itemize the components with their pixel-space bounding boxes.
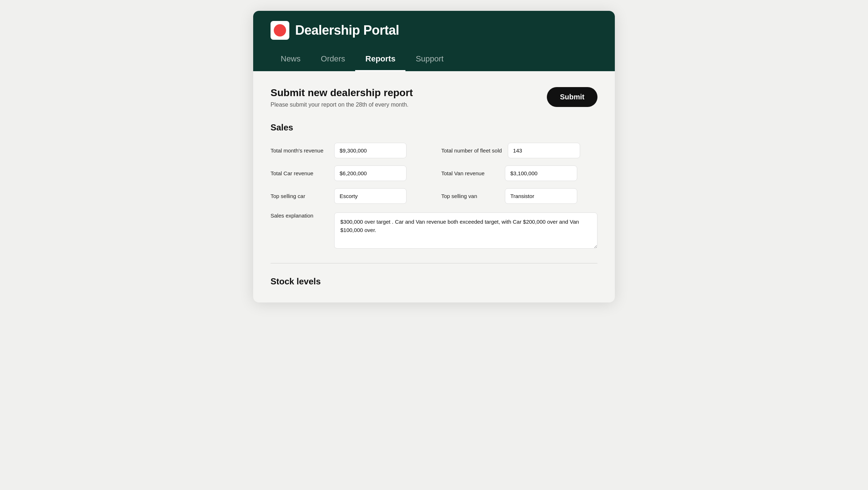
sales-explanation-wrapper [334,212,597,250]
sales-explanation-row: Sales explanation [271,212,597,250]
app-container: Dealership Portal News Orders Reports Su… [253,11,615,302]
sales-explanation-label: Sales explanation [271,212,328,219]
total-revenue-row: Total month's revenue [271,143,427,158]
fleet-sold-input[interactable] [508,143,580,158]
car-revenue-label: Total Car revenue [271,170,328,176]
nav-item-orders[interactable]: Orders [311,50,355,71]
top-car-input[interactable] [334,188,407,204]
sales-form-grid: Total month's revenue Total number of fl… [271,143,597,204]
header: Dealership Portal News Orders Reports Su… [253,11,615,71]
van-revenue-row: Total Van revenue [441,166,597,181]
fleet-sold-label: Total number of fleet sold [441,147,502,154]
van-revenue-input[interactable] [505,166,577,181]
total-revenue-input[interactable] [334,143,407,158]
total-revenue-label: Total month's revenue [271,147,328,154]
sales-explanation-textarea[interactable] [334,212,597,249]
portal-title: Dealership Portal [295,23,399,38]
nav-item-support[interactable]: Support [405,50,454,71]
logo-box [271,21,289,40]
logo-icon [274,24,286,36]
sales-section: Sales Total month's revenue Total number… [271,122,597,250]
header-top: Dealership Portal [271,21,597,40]
report-header: Submit new dealership report Please subm… [271,87,597,108]
sales-section-title: Sales [271,122,597,133]
section-divider [271,263,597,263]
report-subtitle: Please submit your report on the 28th of… [271,102,413,108]
nav-item-news[interactable]: News [271,50,311,71]
main-content: Submit new dealership report Please subm… [253,71,615,302]
stock-section: Stock levels [271,276,597,287]
van-revenue-label: Total Van revenue [441,170,499,176]
stock-section-title: Stock levels [271,276,597,287]
top-van-input[interactable] [505,188,577,204]
top-car-row: Top selling car [271,188,427,204]
nav-item-reports[interactable]: Reports [355,50,405,71]
main-nav: News Orders Reports Support [271,50,597,71]
top-van-row: Top selling van [441,188,597,204]
car-revenue-input[interactable] [334,166,407,181]
report-title: Submit new dealership report [271,87,413,99]
fleet-sold-row: Total number of fleet sold [441,143,597,158]
top-car-label: Top selling car [271,193,328,199]
top-van-label: Top selling van [441,193,499,199]
submit-button[interactable]: Submit [547,87,597,107]
report-header-text: Submit new dealership report Please subm… [271,87,413,108]
car-revenue-row: Total Car revenue [271,166,427,181]
